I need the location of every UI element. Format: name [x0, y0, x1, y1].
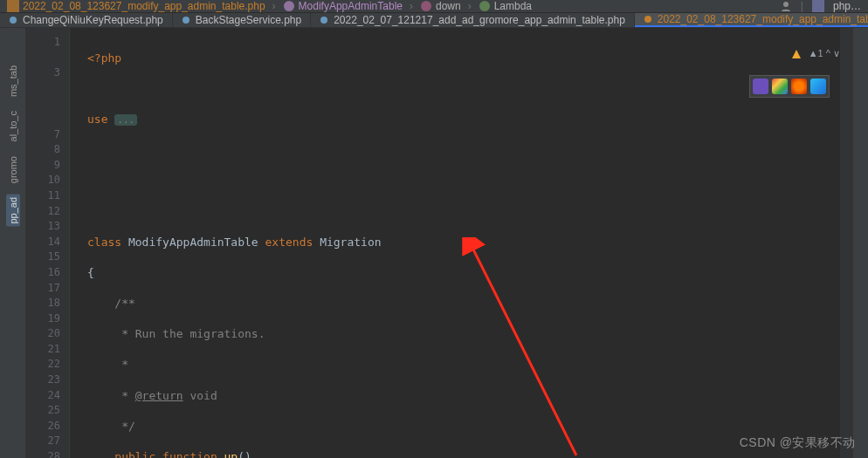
method-icon	[420, 0, 432, 12]
svg-point-9	[644, 16, 651, 23]
svg-point-7	[183, 17, 189, 24]
code-area[interactable]: <?php use ... class ModifyAppAdminTable …	[70, 28, 852, 458]
svg-point-3	[479, 1, 490, 11]
left-tool-sidebar: ms_tab al_to_c gromo pp_ad	[0, 28, 26, 458]
php-file-icon	[9, 16, 17, 24]
svg-point-4	[783, 2, 789, 7]
side-tab-3[interactable]: gromo	[6, 154, 20, 186]
navigation-bar: 2022_02_08_123627_modify_app_admin_table…	[0, 0, 868, 13]
editor-tabs: ChangeQiNiuKeyRequest.php BackStageServi…	[0, 13, 868, 28]
php-file-icon	[644, 15, 652, 24]
tab-add-ad-gromore[interactable]: 2022_02_07_121217_add_ad_gromore_app_adm…	[311, 13, 635, 27]
php-file-icon	[7, 0, 19, 12]
class-icon	[283, 0, 295, 12]
side-tab-2[interactable]: al_to_c	[6, 108, 20, 144]
breadcrumb-lambda[interactable]: Lambda	[479, 0, 532, 12]
svg-point-8	[320, 17, 327, 24]
editor-scrollbar[interactable]	[840, 28, 852, 458]
php-file-icon	[320, 16, 328, 24]
nav-divider: |	[801, 0, 803, 12]
chevron-right-icon: ›	[272, 0, 276, 12]
chevron-right-icon: ›	[410, 0, 413, 12]
php-file-icon	[182, 16, 190, 24]
breadcrumb-method[interactable]: down	[420, 0, 461, 12]
side-tab-1[interactable]: ms_tab	[6, 63, 20, 99]
folded-region[interactable]: ...	[114, 114, 137, 126]
svg-point-6	[10, 17, 17, 24]
code-editor[interactable]: 1378910111213141516171819202122232425262…	[26, 28, 852, 458]
php-project-icon[interactable]	[812, 0, 824, 12]
project-label[interactable]: php…	[833, 0, 861, 12]
chrome-icon[interactable]	[772, 79, 788, 94]
tab-changeqiniukeyrequest[interactable]: ChangeQiNiuKeyRequest.php	[0, 13, 173, 27]
user-icon[interactable]	[780, 0, 792, 12]
line-gutter: 1378910111213141516171819202122232425262…	[26, 28, 70, 458]
tab-modify-app-admin[interactable]: 2022_02_08_123627_modify_app_admin_table…	[635, 13, 868, 27]
phpstorm-icon[interactable]	[753, 79, 768, 94]
edge-icon[interactable]	[810, 79, 826, 94]
svg-rect-0	[7, 0, 19, 12]
svg-point-2	[421, 1, 431, 11]
warning-icon	[791, 49, 802, 59]
svg-point-1	[284, 1, 294, 11]
tab-backstageservice[interactable]: BackStageService.php	[173, 13, 311, 27]
svg-rect-5	[812, 0, 824, 12]
chevron-right-icon: ›	[468, 0, 472, 12]
breadcrumb-file[interactable]: 2022_02_08_123627_modify_app_admin_table…	[7, 0, 265, 12]
inspection-summary[interactable]: ▲1 ^ ∨	[791, 48, 840, 59]
browser-toolbox	[749, 75, 830, 98]
firefox-icon[interactable]	[791, 79, 807, 94]
breadcrumb-class[interactable]: ModifyAppAdminTable	[283, 0, 403, 12]
side-tab-4[interactable]: pp_ad	[6, 195, 20, 227]
right-tool-sidebar	[852, 28, 868, 458]
lambda-icon	[479, 0, 491, 12]
watermark-text: CSDN @安果移不动	[740, 435, 856, 451]
